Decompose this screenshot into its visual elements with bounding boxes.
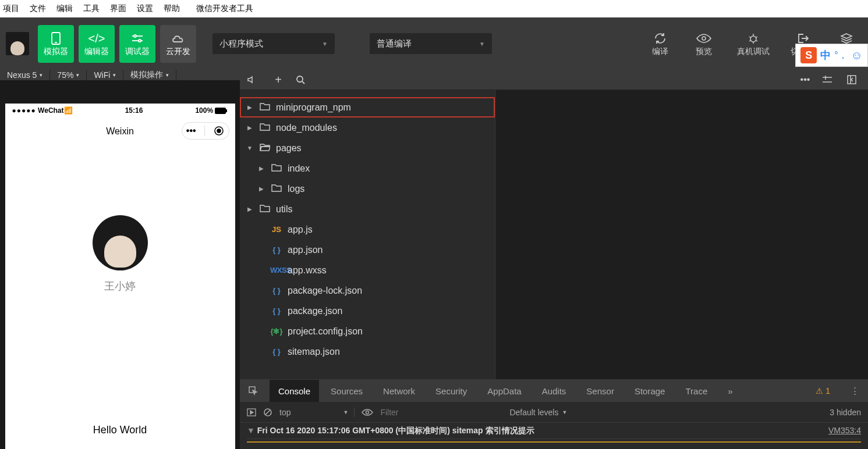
svg-point-29	[366, 411, 369, 414]
chevron-icon: ▼	[246, 145, 254, 151]
tab-appdata[interactable]: AppData	[487, 380, 521, 402]
preview-button[interactable]: 预览	[688, 30, 720, 57]
search-icon[interactable]	[296, 75, 310, 84]
console-menu-icon[interactable]: ⋮	[851, 386, 859, 396]
menu-help[interactable]: 帮助	[164, 3, 180, 14]
json-icon: { }	[270, 307, 283, 315]
clear-icon[interactable]	[263, 408, 272, 417]
svg-rect-14	[215, 108, 226, 114]
remote-debug-button[interactable]: 真机调试	[731, 30, 775, 57]
levels-select[interactable]: Default levels▼	[509, 408, 567, 417]
collapse-icon[interactable]	[847, 75, 861, 84]
tree-item-app-wxss[interactable]: WXSSapp.wxss	[240, 260, 495, 280]
tree-item-node_modules[interactable]: ▶node_modules	[240, 117, 495, 138]
dots-icon[interactable]: •••	[186, 126, 196, 136]
time-label: 15:16	[125, 106, 143, 115]
sliders-icon	[131, 30, 144, 47]
menu-settings[interactable]: 设置	[137, 3, 153, 14]
menu-edit[interactable]: 编辑	[56, 3, 73, 14]
menu-bar: 项目 文件 编辑 工具 界面 设置 帮助 微信开发者工具	[0, 0, 868, 17]
code-editor[interactable]	[495, 90, 868, 379]
tree-item-label: app.js	[288, 224, 313, 235]
add-icon[interactable]: +	[271, 73, 285, 87]
sim-action-select[interactable]: 模拟操作 ▾	[123, 70, 176, 80]
filter-input[interactable]	[380, 408, 502, 417]
username-label: 王小婷	[104, 279, 136, 293]
chevron-icon: ▶	[246, 104, 254, 111]
log-source-link[interactable]: VM353:4	[828, 426, 861, 436]
tab-trace[interactable]: Trace	[685, 380, 707, 402]
tree-item-app-js[interactable]: JSapp.js	[240, 219, 495, 240]
tree-item-label: project.config.json	[288, 326, 363, 337]
context-select[interactable]: top▼	[279, 408, 355, 417]
device-select[interactable]: Nexus 5 ▾	[0, 70, 50, 80]
tab-storage[interactable]: Storage	[635, 380, 665, 402]
svg-line-10	[756, 37, 757, 38]
tree-item-miniprogram_npm[interactable]: ▶miniprogram_npm	[240, 97, 495, 117]
svg-point-5	[139, 40, 141, 42]
more-tabs-icon[interactable]: »	[728, 386, 732, 396]
tree-item-sitemap-json[interactable]: { }sitemap.json	[240, 341, 495, 362]
chevron-icon: ▶	[246, 206, 254, 212]
ime-emoji-icon[interactable]: ☺	[851, 49, 863, 62]
phone-simulator[interactable]: ●●●●● WeChat📶 15:16 100% Weixin ••• 王小婷 …	[5, 104, 235, 449]
simulator-button[interactable]: 模拟器	[38, 25, 74, 63]
menu-file[interactable]: 文件	[30, 3, 46, 14]
network-select[interactable]: WiFi ▾	[87, 70, 123, 80]
folder-icon	[258, 204, 271, 214]
hidden-count[interactable]: 3 hidden	[830, 408, 861, 417]
zoom-select[interactable]: 75% ▾	[50, 70, 87, 80]
log-text: Fri Oct 16 2020 15:17:06 GMT+0800 (中国标准时…	[257, 426, 534, 435]
editor-button[interactable]: </> 编辑器	[79, 25, 115, 63]
warning-badge[interactable]: ⚠ 1	[816, 386, 830, 395]
menu-tools[interactable]: 工具	[83, 3, 100, 14]
cloud-icon	[171, 30, 185, 47]
inspect-icon[interactable]	[249, 386, 258, 395]
tree-item-index[interactable]: ▶index	[240, 158, 495, 179]
debugger-button[interactable]: 调试器	[119, 25, 155, 63]
file-tree[interactable]: ▶miniprogram_npm▶node_modules▼pages▶inde…	[240, 90, 495, 379]
chevron-down-icon: ▾	[113, 72, 116, 78]
target-icon[interactable]	[214, 126, 224, 136]
tab-sensor[interactable]: Sensor	[586, 380, 614, 402]
menu-ui[interactable]: 界面	[110, 3, 126, 14]
json-icon: { }	[270, 245, 283, 254]
live-icon[interactable]	[362, 409, 373, 416]
compile-dropdown[interactable]: 普通编译 ▼	[370, 33, 492, 54]
ime-indicator: S 中 °， ☺	[795, 44, 868, 67]
mute-icon[interactable]	[247, 75, 261, 84]
tab-network[interactable]: Network	[383, 380, 415, 402]
user-avatar-big[interactable]	[93, 215, 148, 270]
svg-rect-15	[226, 109, 227, 112]
tab-audits[interactable]: Audits	[542, 380, 566, 402]
capsule-button[interactable]: •••	[182, 122, 229, 140]
tree-item-label: node_modules	[276, 123, 337, 133]
tree-item-app-json[interactable]: { }app.json	[240, 240, 495, 260]
tree-item-label: package.json	[288, 306, 342, 316]
tree-item-logs[interactable]: ▶logs	[240, 179, 495, 199]
user-avatar[interactable]	[6, 32, 29, 55]
svg-line-9	[749, 37, 751, 38]
split-icon[interactable]	[823, 76, 837, 84]
menu-project[interactable]: 项目	[3, 3, 19, 14]
tree-item-utils[interactable]: ▶utils	[240, 199, 495, 219]
ime-cn-label[interactable]: 中	[820, 48, 831, 62]
tree-item-pages[interactable]: ▼pages	[240, 138, 495, 158]
tab-sources[interactable]: Sources	[331, 380, 363, 402]
chevron-down-icon: ▾	[40, 72, 42, 78]
app-title: 微信开发者工具	[196, 3, 253, 14]
tree-item-package-json[interactable]: { }package.json	[240, 301, 495, 321]
cloud-button[interactable]: 云开发	[160, 25, 196, 63]
sogou-icon[interactable]: S	[800, 47, 817, 63]
tree-item-package-lock-json[interactable]: { }package-lock.json	[240, 280, 495, 301]
tree-item-project-config-json[interactable]: {✻}project.config.json	[240, 321, 495, 341]
wxss-icon: WXSS	[270, 266, 283, 275]
tab-console[interactable]: Console	[270, 380, 319, 402]
ime-punct-icon[interactable]: °，	[834, 49, 847, 62]
compile-button[interactable]: 编译	[644, 30, 676, 57]
play-icon[interactable]	[247, 408, 256, 416]
more-icon[interactable]: •••	[798, 74, 812, 85]
tree-item-label: utils	[276, 204, 292, 215]
tab-security[interactable]: Security	[435, 380, 467, 402]
mode-dropdown[interactable]: 小程序模式 ▼	[212, 33, 335, 54]
